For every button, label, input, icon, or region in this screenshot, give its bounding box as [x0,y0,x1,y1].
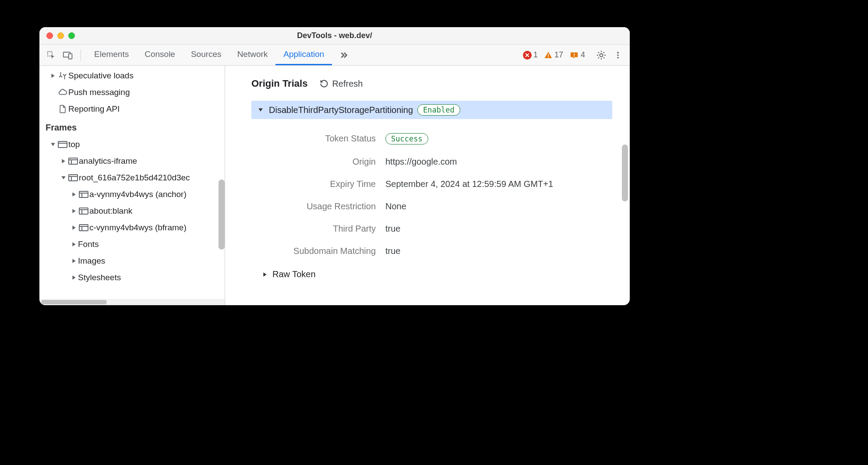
frame-item[interactable]: Images [39,253,225,269]
expand-chevron-icon [70,242,78,247]
frame-item[interactable]: Fonts [39,236,225,253]
detail-key: Subdomain Matching [262,246,376,256]
detail-value: true [385,224,400,234]
frame-label: a-vynmy4vb4wys (anchor) [89,190,187,199]
window-title: DevTools - web.dev/ [39,31,630,40]
svg-rect-13 [69,158,78,164]
raw-token-label: Raw Token [272,269,316,279]
detail-value: true [385,246,400,256]
frame-top[interactable]: top [39,136,225,153]
detail-key: Token Status [262,134,376,144]
settings-gear-icon[interactable] [594,48,609,63]
tab-network[interactable]: Network [229,45,276,65]
svg-rect-11 [58,141,67,148]
svg-point-7 [600,53,603,56]
sidebar-item-label: Push messaging [68,88,130,97]
svg-point-8 [617,52,619,53]
file-icon [57,104,68,114]
svg-point-10 [617,57,619,59]
expand-chevron-icon [70,192,78,197]
frame-item[interactable]: analytics-iframe [39,153,225,169]
devtools-window: DevTools - web.dev/ Elements Console Sou… [39,27,630,305]
collapse-chevron-icon [257,107,265,113]
main-toolbar: Elements Console Sources Network Applica… [39,45,630,66]
svg-rect-16 [69,175,78,181]
svg-rect-2 [69,53,72,59]
detail-row: Originhttps://google.com [262,151,612,173]
frame-icon [78,190,89,198]
main-vertical-scrollbar-thumb[interactable] [622,144,628,201]
sidebar-vertical-scrollbar-thumb[interactable] [219,180,225,250]
collapse-chevron-icon [60,175,67,180]
frame-label: Stylesheets [78,273,121,282]
panel-heading: Origin Trials [251,78,307,89]
trial-status-pill: Enabled [417,104,460,116]
frame-icon [78,224,89,232]
tab-application[interactable]: Application [275,45,332,65]
frame-label: c-vynmy4vb4wys (bframe) [89,223,187,232]
status-counters: ✕ 1 17 4 [521,49,587,60]
refresh-label: Refresh [332,79,363,89]
frame-item[interactable]: about:blank [39,203,225,219]
origin-trial-row[interactable]: DisableThirdPartyStoragePartitioning Ena… [251,101,612,119]
device-toggle-icon[interactable] [60,48,75,63]
collapse-chevron-icon [49,142,57,147]
detail-key: Usage Restriction [262,201,376,211]
titlebar: DevTools - web.dev/ [39,27,630,45]
detail-value: https://google.com [385,157,457,167]
inspect-element-icon[interactable] [44,48,59,63]
tab-elements[interactable]: Elements [86,45,137,65]
sidebar-item-push-messaging[interactable]: Push messaging [39,84,225,101]
detail-row: Expiry TimeSeptember 4, 2024 at 12:59:59… [262,173,612,195]
sidebar-horizontal-scrollbar[interactable] [39,299,225,305]
frame-item[interactable]: root_616a752e1b5d4210d3ec [39,169,225,186]
toolbar-separator [81,49,81,61]
tab-sources[interactable]: Sources [183,45,229,65]
errors-counter[interactable]: ✕ 1 [521,49,540,60]
refresh-button[interactable]: Refresh [320,79,363,89]
panel-tabs: Elements Console Sources Network Applica… [86,45,332,65]
frames-heading: Frames [39,117,225,136]
detail-row: Third Partytrue [262,218,612,240]
traffic-lights [46,32,75,39]
svg-rect-5 [574,53,575,56]
svg-rect-19 [79,191,88,197]
sidebar-item-reporting-api[interactable]: Reporting API [39,101,225,117]
content-area: Speculative loads Push messaging [39,66,630,305]
scrollbar-thumb[interactable] [41,300,107,304]
more-tabs-button[interactable] [334,50,354,60]
frame-item[interactable]: a-vynmy4vb4wys (anchor) [39,186,225,203]
detail-row: Token StatusSuccess [262,127,612,151]
expand-chevron-icon [70,258,78,264]
detail-key: Third Party [262,224,376,234]
svg-rect-3 [548,54,549,56]
frame-label: analytics-iframe [79,156,137,166]
frame-item[interactable]: Stylesheets [39,269,225,286]
raw-token-row[interactable]: Raw Token [251,262,612,279]
detail-key: Origin [262,157,376,167]
expand-chevron-icon [70,208,78,214]
more-options-icon[interactable] [610,48,625,63]
window-icon [57,140,68,149]
close-window-button[interactable] [46,32,53,39]
frame-label: top [68,140,80,149]
issues-counter[interactable]: 4 [568,49,587,60]
frame-item[interactable]: c-vynmy4vb4wys (bframe) [39,219,225,236]
error-icon: ✕ [523,51,532,60]
svg-rect-22 [79,208,88,214]
cloud-icon [57,88,68,97]
sidebar-item-speculative-loads[interactable]: Speculative loads [39,67,225,84]
frame-icon [78,207,89,215]
minimize-window-button[interactable] [57,32,64,39]
maximize-window-button[interactable] [68,32,75,39]
svg-point-9 [617,54,619,56]
tab-console[interactable]: Console [137,45,183,65]
issues-count: 4 [581,50,585,60]
main-panel: Origin Trials Refresh DisableThirdPartyS… [225,66,630,305]
frame-icon [67,157,79,165]
svg-rect-25 [79,225,88,231]
detail-value: September 4, 2024 at 12:59:59 AM GMT+1 [385,179,553,189]
errors-count: 1 [533,50,538,60]
warnings-counter[interactable]: 17 [542,49,565,60]
expand-chevron-icon [49,73,57,78]
